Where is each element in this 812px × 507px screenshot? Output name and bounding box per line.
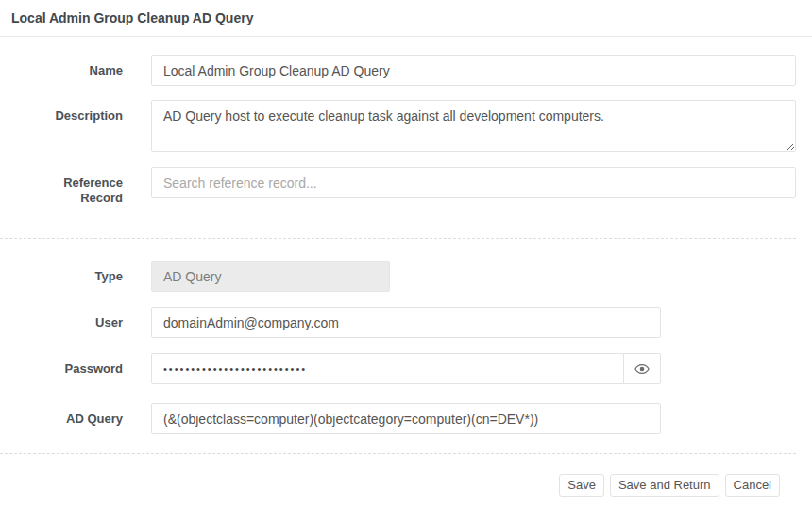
password-row: Password (0, 353, 796, 384)
user-label: User (0, 307, 123, 330)
description-textarea[interactable]: AD Query host to execute cleanup task ag… (151, 100, 796, 152)
name-input[interactable] (151, 55, 796, 86)
show-password-button[interactable] (623, 353, 661, 384)
save-and-return-button[interactable]: Save and Return (610, 474, 719, 497)
password-label: Password (0, 353, 123, 377)
save-button[interactable]: Save (559, 474, 604, 497)
section-divider (0, 238, 796, 239)
eye-icon (634, 362, 650, 377)
ad-query-row: AD Query (0, 403, 796, 434)
page-header: Local Admin Group Cleanup AD Query (0, 0, 812, 37)
ad-query-label: AD Query (0, 403, 123, 427)
description-label: Description (0, 100, 123, 124)
type-input (151, 261, 390, 292)
user-input[interactable] (151, 307, 661, 338)
footer-actions: Save Save and Return Cancel (0, 474, 796, 497)
user-row: User (0, 307, 796, 338)
record-form: Name Description AD Query host to execut… (0, 37, 812, 497)
description-row: Description AD Query host to execute cle… (0, 100, 796, 152)
reference-record-search-input[interactable] (151, 167, 796, 198)
page-title: Local Admin Group Cleanup AD Query (11, 10, 801, 26)
reference-record-label: Reference Record (0, 167, 123, 206)
type-label: Type (0, 261, 123, 284)
cancel-button[interactable]: Cancel (725, 474, 780, 497)
ad-query-input[interactable] (151, 403, 661, 434)
reference-record-row: Reference Record (0, 167, 796, 206)
name-label: Name (0, 55, 123, 78)
name-row: Name (0, 55, 796, 86)
footer-divider (0, 453, 796, 454)
password-input-group (151, 353, 661, 384)
type-row: Type (0, 261, 796, 292)
password-input[interactable] (151, 353, 624, 384)
